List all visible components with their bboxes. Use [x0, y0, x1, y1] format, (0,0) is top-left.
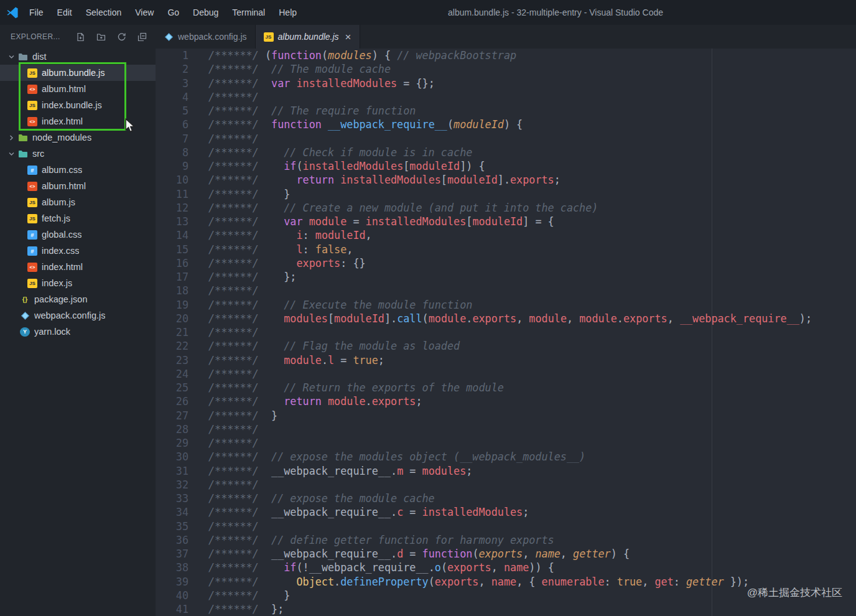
code-line-36[interactable]: 36/******/ // define getter function for… [156, 533, 856, 547]
code-line-6[interactable]: 6/******/ function __webpack_require__(m… [156, 118, 856, 131]
tree-item-global.css[interactable]: #global.css [0, 226, 156, 243]
code-text: /******/ [208, 284, 259, 297]
tree-item-album.js[interactable]: JSalbum.js [0, 194, 156, 210]
line-number: 13 [156, 215, 188, 228]
code-line-30[interactable]: 30/******/ // expose the modules object … [156, 450, 856, 464]
tab-label: album.bundle.js [278, 32, 339, 42]
code-line-17[interactable]: 17/******/ }; [156, 270, 856, 284]
tree-item-album.css[interactable]: #album.css [0, 162, 156, 178]
code-line-1[interactable]: 1/******/ (function(modules) { // webpac… [156, 49, 856, 62]
close-icon[interactable]: × [345, 32, 351, 42]
tab-album.bundle.js[interactable]: JSalbum.bundle.js× [256, 25, 360, 49]
code-line-9[interactable]: 9/******/ if(installedModules[moduleId])… [156, 159, 856, 173]
code-editor[interactable]: 1/******/ (function(modules) { // webpac… [156, 49, 856, 616]
code-line-12[interactable]: 12/******/ // Create a new module (and p… [156, 201, 856, 215]
refresh-icon[interactable] [117, 32, 126, 42]
line-number: 4 [156, 90, 188, 104]
code-line-2[interactable]: 2/******/ // The module cache [156, 62, 856, 76]
code-line-21[interactable]: 21/******/ [156, 325, 856, 339]
code-line-41[interactable]: 41/******/ }; [156, 602, 856, 616]
tree-item-album.html[interactable]: <>album.html [0, 81, 156, 97]
code-text: /******/ // expose the modules object (_… [208, 450, 585, 464]
code-line-34[interactable]: 34/******/ __webpack_require__.c = insta… [156, 505, 856, 519]
code-text: /******/ [208, 325, 259, 339]
code-text: /******/ [208, 436, 259, 450]
code-line-5[interactable]: 5/******/ // The require function [156, 104, 856, 118]
vscode-logo-icon [6, 6, 19, 19]
code-text: /******/ // Return the exports of the mo… [208, 381, 504, 394]
code-line-19[interactable]: 19/******/ // Execute the module functio… [156, 298, 856, 312]
menu-item-selection[interactable]: Selection [79, 7, 129, 17]
tree-item-label: node_modules [32, 133, 91, 142]
chevron-down-icon [7, 150, 16, 158]
tree-item-yarn.lock[interactable]: Yyarn.lock [0, 324, 156, 340]
collapse-all-icon[interactable] [137, 32, 147, 42]
webpack-icon [20, 311, 30, 320]
folder-icon [18, 133, 28, 142]
code-line-22[interactable]: 22/******/ // Flag the module as loaded [156, 339, 856, 353]
menu-item-debug[interactable]: Debug [186, 7, 225, 17]
code-line-4[interactable]: 4/******/ [156, 90, 856, 104]
line-number: 10 [156, 173, 188, 187]
code-text: /******/ [208, 478, 259, 492]
menu-item-edit[interactable]: Edit [50, 7, 79, 17]
code-line-7[interactable]: 7/******/ [156, 132, 856, 146]
code-line-25[interactable]: 25/******/ // Return the exports of the … [156, 381, 856, 394]
tree-item-album.bundle.js[interactable]: JSalbum.bundle.js [0, 65, 156, 81]
menu-item-terminal[interactable]: Terminal [225, 7, 272, 17]
code-line-27[interactable]: 27/******/ } [156, 409, 856, 422]
tree-item-index.js[interactable]: JSindex.js [0, 275, 156, 291]
tree-item-label: yarn.lock [34, 327, 70, 337]
tree-item-album.html[interactable]: <>album.html [0, 178, 156, 194]
code-line-29[interactable]: 29/******/ [156, 436, 856, 450]
tree-item-src[interactable]: src [0, 146, 156, 162]
menu-item-file[interactable]: File [22, 7, 50, 17]
line-number: 21 [156, 325, 188, 339]
menu-item-help[interactable]: Help [272, 7, 304, 17]
code-line-14[interactable]: 14/******/ i: moduleId, [156, 228, 856, 242]
menu-item-go[interactable]: Go [160, 7, 186, 17]
tree-item-index.css[interactable]: #index.css [0, 243, 156, 259]
tree-item-label: src [32, 149, 44, 159]
tree-item-webpack.config.js[interactable]: webpack.config.js [0, 307, 156, 324]
code-line-38[interactable]: 38/******/ if(!__webpack_require__.o(exp… [156, 561, 856, 574]
code-line-11[interactable]: 11/******/ } [156, 187, 856, 201]
code-line-15[interactable]: 15/******/ l: false, [156, 243, 856, 256]
line-number: 23 [156, 353, 188, 367]
line-number: 3 [156, 77, 188, 90]
tree-item-index.html[interactable]: <>index.html [0, 259, 156, 275]
code-line-35[interactable]: 35/******/ [156, 520, 856, 533]
line-number: 39 [156, 575, 188, 589]
tree-item-fetch.js[interactable]: JSfetch.js [0, 210, 156, 226]
new-folder-icon[interactable] [96, 32, 106, 42]
code-text: /******/ // expose the module cache [208, 492, 435, 505]
code-line-3[interactable]: 3/******/ var installedModules = {}; [156, 77, 856, 90]
tree-item-label: album.js [42, 197, 75, 207]
tab-webpack.config.js[interactable]: webpack.config.js [156, 25, 256, 49]
code-line-23[interactable]: 23/******/ module.l = true; [156, 353, 856, 367]
code-line-10[interactable]: 10/******/ return installedModules[modul… [156, 173, 856, 187]
tree-item-package.json[interactable]: {}package.json [0, 291, 156, 307]
code-text: /******/ return module.exports; [208, 394, 422, 408]
code-line-28[interactable]: 28/******/ [156, 422, 856, 436]
code-line-32[interactable]: 32/******/ [156, 478, 856, 492]
line-number: 2 [156, 62, 188, 76]
new-file-icon[interactable] [76, 32, 85, 42]
code-line-24[interactable]: 24/******/ [156, 367, 856, 381]
code-line-20[interactable]: 20/******/ modules[moduleId].call(module… [156, 312, 856, 325]
code-line-8[interactable]: 8/******/ // Check if module is in cache [156, 146, 856, 159]
code-line-18[interactable]: 18/******/ [156, 284, 856, 297]
chevron-down-icon [7, 53, 16, 61]
code-line-33[interactable]: 33/******/ // expose the module cache [156, 492, 856, 505]
code-line-37[interactable]: 37/******/ __webpack_require__.d = funct… [156, 547, 856, 561]
code-line-31[interactable]: 31/******/ __webpack_require__.m = modul… [156, 464, 856, 478]
menu-item-view[interactable]: View [128, 7, 160, 17]
code-line-26[interactable]: 26/******/ return module.exports; [156, 394, 856, 408]
tree-item-index.bundle.js[interactable]: JSindex.bundle.js [0, 97, 156, 113]
code-text: /******/ if(installedModules[moduleId]) … [208, 159, 485, 173]
code-line-16[interactable]: 16/******/ exports: {} [156, 256, 856, 270]
code-text: /******/ [208, 520, 259, 533]
code-line-13[interactable]: 13/******/ var module = installedModules… [156, 215, 856, 228]
code-text: /******/ var module = installedModules[m… [208, 215, 554, 228]
tree-item-dist[interactable]: dist [0, 49, 156, 65]
